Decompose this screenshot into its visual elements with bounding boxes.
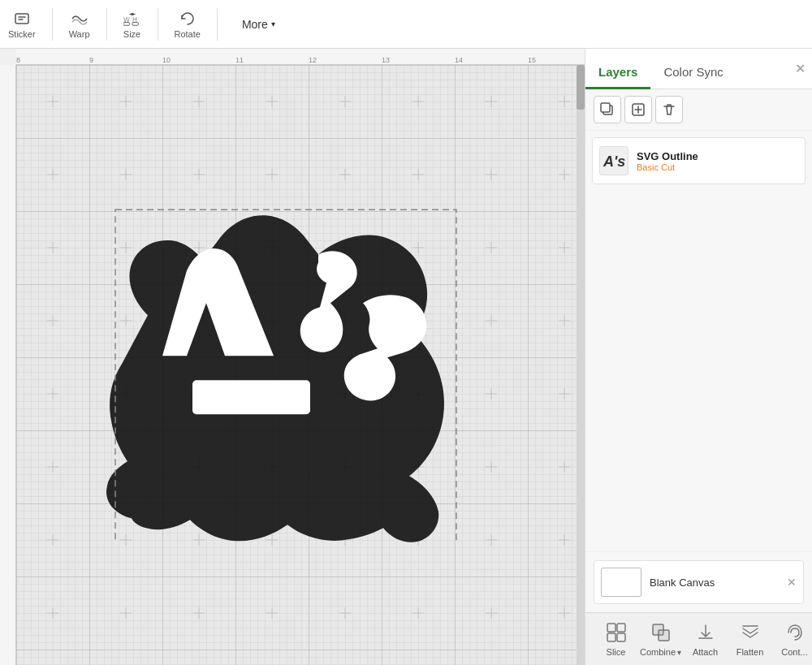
delete-layer-button[interactable] [655, 96, 683, 123]
layer-info: SVG Outline Basic Cut [637, 150, 798, 172]
artwork-container[interactable] [67, 145, 481, 546]
add-icon [631, 102, 646, 117]
contour-button[interactable]: Cont... [772, 621, 812, 657]
rotate-tool[interactable]: Rotate [175, 10, 201, 39]
ruler-tick-8: 8 [16, 56, 20, 64]
flatten-icon [739, 621, 762, 644]
canvas-wrapper: 8 9 10 11 12 13 14 15 [0, 49, 585, 665]
more-chevron-icon: ▾ [271, 19, 275, 28]
top-toolbar: Sticker Warp W H [0, 0, 812, 49]
as-logo-svg [67, 145, 481, 542]
divider-1 [52, 8, 53, 41]
combine-icon [650, 621, 672, 644]
duplicate-icon [600, 102, 615, 117]
ruler-tick-11: 11 [235, 56, 244, 64]
attach-label: Attach [693, 647, 718, 657]
add-layer-button[interactable] [624, 96, 652, 123]
layers-list: A's SVG Outline Basic Cut [585, 131, 812, 551]
panel-close-icon[interactable]: ✕ [795, 61, 806, 76]
ruler-tick-14: 14 [455, 56, 463, 64]
divider-3 [158, 8, 158, 41]
sticker-tool[interactable]: Sticker [8, 10, 36, 39]
duplicate-layer-button[interactable] [594, 96, 621, 123]
flatten-label: Flatten [736, 647, 764, 657]
svg-rect-9 [192, 380, 310, 414]
svg-rect-18 [617, 624, 625, 632]
attach-button[interactable]: Attach [683, 621, 728, 657]
attach-icon [694, 621, 717, 644]
layer-name: SVG Outline [637, 150, 798, 162]
blank-canvas-label: Blank Canvas [650, 576, 715, 589]
svg-rect-4 [132, 22, 138, 25]
slice-label: Slice [607, 647, 626, 657]
right-panel: Layers Color Sync ✕ [585, 49, 812, 665]
slice-button[interactable]: Slice [594, 621, 638, 657]
ruler-tick-13: 13 [382, 56, 390, 64]
top-ruler: 8 9 10 11 12 13 14 15 [16, 49, 585, 65]
ruler-tick-9: 9 [89, 56, 93, 64]
svg-text:A's: A's [603, 153, 625, 170]
combine-label: Combine [640, 647, 676, 657]
main-area: 8 9 10 11 12 13 14 15 [0, 49, 812, 665]
delete-icon [662, 102, 676, 117]
canvas-grid[interactable] [16, 65, 577, 665]
ruler-tick-12: 12 [309, 56, 317, 64]
contour-label: Cont... [781, 647, 807, 657]
rotate-label: Rotate [175, 29, 201, 39]
tab-layers[interactable]: Layers [585, 57, 650, 89]
warp-label: Warp [69, 29, 90, 39]
ruler-tick-10: 10 [162, 56, 171, 64]
blank-canvas-area: Blank Canvas ✕ [585, 551, 812, 612]
svg-rect-12 [601, 103, 610, 112]
color-sync-tab-label: Color Sync [663, 65, 723, 79]
sticker-icon [13, 10, 31, 28]
combine-button[interactable]: Combine ▾ [638, 621, 683, 657]
scrollbar-thumb[interactable] [577, 65, 585, 110]
blank-canvas-item[interactable]: Blank Canvas ✕ [594, 560, 804, 604]
blank-canvas-thumbnail [601, 568, 641, 597]
sticker-label: Sticker [8, 29, 36, 39]
panel-tabs: Layers Color Sync ✕ [585, 49, 812, 89]
size-icon: W H [123, 10, 141, 28]
layer-thumb-svg: A's [602, 149, 626, 173]
flatten-button[interactable]: Flatten [728, 621, 772, 657]
combine-dropdown-icon[interactable]: ▾ [677, 648, 681, 657]
layer-item-svg-outline[interactable]: A's SVG Outline Basic Cut [592, 137, 806, 184]
slice-icon [605, 621, 628, 644]
size-label: Size [123, 29, 140, 39]
canvas-middle [0, 65, 585, 665]
more-button[interactable]: More ▾ [234, 13, 283, 36]
rotate-icon [179, 10, 197, 28]
tab-color-sync[interactable]: Color Sync [650, 57, 736, 89]
warp-tool[interactable]: Warp [69, 10, 90, 39]
divider-2 [106, 8, 107, 41]
contour-icon [784, 621, 806, 644]
svg-rect-20 [617, 633, 625, 641]
svg-rect-22 [659, 630, 669, 641]
divider-4 [217, 8, 218, 41]
left-ruler [0, 65, 16, 665]
svg-rect-0 [15, 14, 28, 24]
svg-rect-3 [123, 22, 129, 25]
svg-rect-17 [607, 624, 615, 632]
more-label: More [242, 18, 268, 31]
svg-rect-19 [607, 633, 615, 641]
ruler-tick-15: 15 [528, 56, 536, 64]
warp-icon [71, 10, 89, 28]
layer-type: Basic Cut [637, 162, 798, 172]
layer-actions-bar [585, 89, 812, 131]
vertical-scrollbar[interactable] [577, 65, 585, 665]
bottom-toolbar: Slice Combine ▾ [585, 612, 812, 665]
layer-thumbnail: A's [599, 146, 628, 175]
combine-label-row: Combine ▾ [640, 647, 681, 657]
blank-canvas-close-icon[interactable]: ✕ [787, 576, 797, 589]
layers-tab-label: Layers [598, 65, 637, 79]
size-tool[interactable]: W H Size [123, 10, 141, 39]
